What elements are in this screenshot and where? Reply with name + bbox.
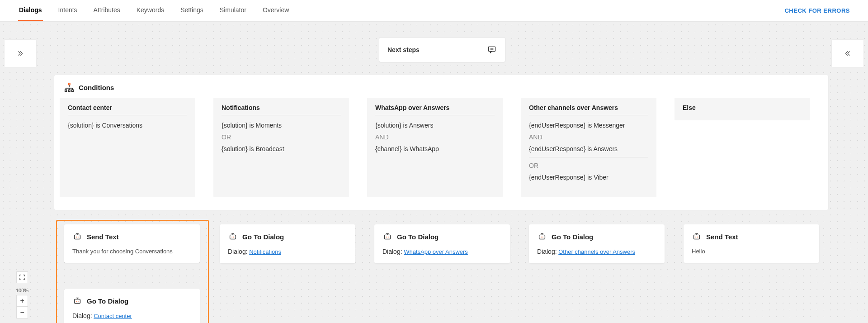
step-title: Send Text <box>87 233 119 241</box>
conditions-row: Contact center{solution} is Conversation… <box>60 98 823 197</box>
svg-point-23 <box>231 237 232 238</box>
expand-right-panel-button[interactable] <box>832 40 863 67</box>
svg-rect-37 <box>694 235 700 239</box>
step-goto-whatsapp[interactable]: Go To Dialog Dialog: WhatsApp over Answe… <box>374 224 510 263</box>
step-label: Dialog: <box>537 248 557 255</box>
svg-rect-32 <box>539 235 545 239</box>
chevron-double-right-icon <box>16 49 24 57</box>
conditions-node[interactable]: Conditions Contact center{solution} is C… <box>54 75 828 210</box>
condition-title: Other channels over Answers <box>529 104 648 115</box>
step-label: Dialog: <box>228 248 248 255</box>
svg-rect-12 <box>75 235 80 239</box>
condition-operator: OR <box>529 162 648 169</box>
bot-icon <box>382 232 392 242</box>
condition-expression: {solution} is Conversations <box>68 122 187 129</box>
goto-link-whatsapp[interactable]: WhatsApp over Answers <box>404 248 468 255</box>
flow-canvas[interactable]: Next steps Conditions <box>0 22 868 323</box>
step-body: Hello <box>692 248 811 255</box>
bot-icon <box>72 296 82 306</box>
tab-intents[interactable]: Intents <box>57 0 78 21</box>
chevron-double-left-icon <box>844 49 852 57</box>
condition-operator: OR <box>222 133 341 141</box>
zoom-in-button[interactable]: + <box>16 295 28 307</box>
svg-point-38 <box>695 237 696 238</box>
condition-operator: AND <box>375 133 495 141</box>
message-icon <box>487 45 497 54</box>
condition-expression: {endUserResponse} is Viber <box>529 174 648 181</box>
fit-to-screen-button[interactable] <box>16 271 28 283</box>
condition-title: WhatsApp over Answers <box>375 104 495 115</box>
svg-rect-22 <box>230 235 236 239</box>
zoom-controls: 100% + − <box>16 271 28 318</box>
svg-point-18 <box>76 301 77 302</box>
check-for-errors-button[interactable]: CHECK FOR ERRORS <box>784 7 850 14</box>
condition-expression: {solution} is Moments <box>222 122 341 129</box>
svg-rect-5 <box>68 90 70 92</box>
tab-settings[interactable]: Settings <box>179 0 204 21</box>
step-goto-contact-center[interactable]: Go To Dialog Dialog: Contact center <box>64 289 200 323</box>
step-label: Dialog: <box>72 312 92 319</box>
condition-title: Else <box>683 104 802 111</box>
tab-keywords[interactable]: Keywords <box>136 0 165 21</box>
fit-screen-icon <box>19 274 25 280</box>
svg-rect-6 <box>72 90 74 92</box>
svg-point-24 <box>233 237 234 238</box>
goto-link-notifications[interactable]: Notifications <box>249 248 281 255</box>
condition-branch[interactable]: Other channels over Answers{endUserRespo… <box>521 98 656 197</box>
next-steps-label: Next steps <box>387 46 420 53</box>
svg-rect-3 <box>68 83 70 85</box>
condition-expression: {channel} is WhatsApp <box>375 145 495 152</box>
condition-operator: AND <box>529 133 648 141</box>
branch-icon <box>64 82 74 92</box>
condition-title: Notifications <box>222 104 341 115</box>
step-send-text-2[interactable]: Send Text Hello <box>684 224 819 263</box>
condition-branch[interactable]: WhatsApp over Answers{solution} is Answe… <box>367 98 503 197</box>
condition-expression: {solution} is Broadcast <box>222 145 341 152</box>
step-title: Go To Dialog <box>87 297 128 305</box>
goto-link-contact-center[interactable]: Contact center <box>94 313 132 319</box>
condition-branch[interactable]: Else <box>675 98 810 120</box>
conditions-header: Conditions <box>64 82 823 92</box>
bot-icon <box>228 232 238 242</box>
nav-tabs: Dialogs Intents Attributes Keywords Sett… <box>18 0 290 21</box>
step-send-text-1[interactable]: Send Text Thank you for choosing Convers… <box>64 224 200 263</box>
step-title: Go To Dialog <box>397 233 439 241</box>
svg-point-29 <box>388 237 389 238</box>
svg-point-19 <box>78 301 79 302</box>
step-goto-notifications[interactable]: Go To Dialog Dialog: Notifications <box>220 224 355 263</box>
step-title: Go To Dialog <box>552 233 593 241</box>
svg-point-14 <box>78 237 79 238</box>
svg-point-33 <box>541 237 542 238</box>
top-navbar: Dialogs Intents Attributes Keywords Sett… <box>0 0 868 22</box>
tab-attributes[interactable]: Attributes <box>93 0 121 21</box>
svg-point-28 <box>386 237 387 238</box>
conditions-title: Conditions <box>79 84 114 91</box>
svg-point-39 <box>697 237 698 238</box>
svg-rect-4 <box>65 90 67 92</box>
svg-rect-27 <box>385 235 391 239</box>
tab-overview[interactable]: Overview <box>262 0 290 21</box>
step-body: Thank you for choosing Conversations <box>72 248 192 255</box>
expand-left-panel-button[interactable] <box>5 40 36 67</box>
svg-point-34 <box>542 237 543 238</box>
svg-point-13 <box>76 237 77 238</box>
zoom-out-button[interactable]: − <box>16 307 28 318</box>
condition-branch[interactable]: Contact center{solution} is Conversation… <box>60 98 195 197</box>
condition-expression: {solution} is Answers <box>375 122 495 129</box>
condition-expression: {endUserResponse} is Answers <box>529 145 648 152</box>
step-title: Go To Dialog <box>242 233 284 241</box>
condition-title: Contact center <box>68 104 187 115</box>
tab-simulator[interactable]: Simulator <box>219 0 247 21</box>
svg-rect-17 <box>75 299 80 303</box>
condition-expression: {endUserResponse} is Messenger <box>529 122 648 129</box>
goto-link-other-channels[interactable]: Other channels over Answers <box>558 248 635 255</box>
next-steps-node[interactable]: Next steps <box>379 37 505 62</box>
bot-icon <box>537 232 547 242</box>
condition-branch[interactable]: Notifications{solution} is MomentsOR{sol… <box>213 98 349 197</box>
zoom-level: 100% <box>16 288 28 293</box>
step-title: Send Text <box>706 233 738 241</box>
condition-divider <box>529 157 648 157</box>
step-goto-other-channels[interactable]: Go To Dialog Dialog: Other channels over… <box>529 224 665 263</box>
tab-dialogs[interactable]: Dialogs <box>18 0 43 21</box>
step-label: Dialog: <box>382 248 402 255</box>
